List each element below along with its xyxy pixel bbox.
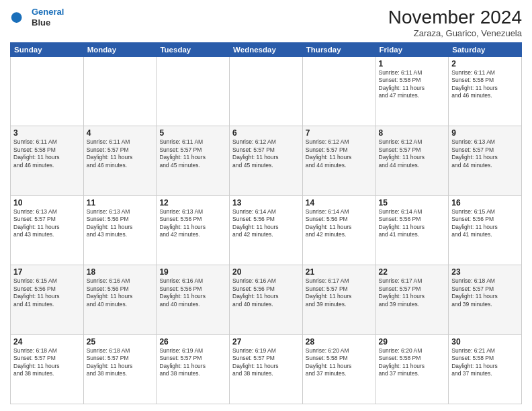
day-number: 27 bbox=[232, 337, 300, 347]
table-row: 1Sunrise: 6:11 AMSunset: 5:58 PMDaylight… bbox=[375, 57, 449, 126]
day-number: 14 bbox=[306, 198, 373, 208]
table-row: 11Sunrise: 6:13 AMSunset: 5:56 PMDayligh… bbox=[83, 195, 157, 265]
day-number: 29 bbox=[379, 337, 446, 347]
table-row: 6Sunrise: 6:12 AMSunset: 5:57 PMDaylight… bbox=[230, 126, 303, 195]
calendar-week-row: 1Sunrise: 6:11 AMSunset: 5:58 PMDaylight… bbox=[11, 57, 522, 126]
calendar-week-row: 10Sunrise: 6:13 AMSunset: 5:57 PMDayligh… bbox=[11, 195, 522, 265]
table-row: 28Sunrise: 6:20 AMSunset: 5:58 PMDayligh… bbox=[302, 334, 375, 404]
svg-point-0 bbox=[11, 12, 22, 23]
day-info: Sunrise: 6:16 AMSunset: 5:56 PMDaylight:… bbox=[159, 277, 226, 308]
table-row: 24Sunrise: 6:18 AMSunset: 5:57 PMDayligh… bbox=[11, 334, 84, 404]
table-row bbox=[157, 57, 230, 126]
table-row: 21Sunrise: 6:17 AMSunset: 5:57 PMDayligh… bbox=[302, 265, 375, 334]
table-row: 14Sunrise: 6:14 AMSunset: 5:56 PMDayligh… bbox=[302, 195, 375, 265]
day-info: Sunrise: 6:19 AMSunset: 5:57 PMDaylight:… bbox=[159, 347, 226, 378]
day-number: 4 bbox=[87, 128, 154, 138]
table-row bbox=[83, 57, 157, 126]
table-row: 20Sunrise: 6:16 AMSunset: 5:56 PMDayligh… bbox=[230, 265, 303, 334]
day-number: 11 bbox=[87, 198, 154, 208]
col-tuesday: Tuesday bbox=[157, 43, 230, 57]
day-number: 26 bbox=[159, 337, 226, 347]
day-info: Sunrise: 6:18 AMSunset: 5:57 PMDaylight:… bbox=[87, 347, 154, 378]
day-number: 5 bbox=[159, 128, 226, 138]
table-row: 25Sunrise: 6:18 AMSunset: 5:57 PMDayligh… bbox=[83, 334, 157, 404]
header: General Blue November 2024 Zaraza, Guari… bbox=[10, 7, 522, 38]
col-wednesday: Wednesday bbox=[230, 43, 303, 57]
day-info: Sunrise: 6:12 AMSunset: 5:57 PMDaylight:… bbox=[379, 138, 446, 169]
day-number: 16 bbox=[451, 198, 519, 208]
day-number: 13 bbox=[232, 198, 300, 208]
day-info: Sunrise: 6:20 AMSunset: 5:58 PMDaylight:… bbox=[379, 347, 446, 378]
day-info: Sunrise: 6:15 AMSunset: 5:56 PMDaylight:… bbox=[451, 208, 519, 239]
table-row bbox=[11, 57, 84, 126]
day-info: Sunrise: 6:16 AMSunset: 5:56 PMDaylight:… bbox=[232, 277, 300, 308]
table-row: 7Sunrise: 6:12 AMSunset: 5:57 PMDaylight… bbox=[302, 126, 375, 195]
day-info: Sunrise: 6:14 AMSunset: 5:56 PMDaylight:… bbox=[306, 208, 373, 239]
day-info: Sunrise: 6:11 AMSunset: 5:58 PMDaylight:… bbox=[379, 69, 446, 100]
page: General Blue November 2024 Zaraza, Guari… bbox=[0, 0, 532, 411]
day-info: Sunrise: 6:20 AMSunset: 5:58 PMDaylight:… bbox=[306, 347, 373, 378]
day-info: Sunrise: 6:13 AMSunset: 5:57 PMDaylight:… bbox=[13, 208, 81, 239]
calendar-week-row: 24Sunrise: 6:18 AMSunset: 5:57 PMDayligh… bbox=[11, 334, 522, 404]
day-number: 3 bbox=[13, 128, 81, 138]
day-number: 17 bbox=[13, 267, 81, 277]
table-row: 12Sunrise: 6:13 AMSunset: 5:56 PMDayligh… bbox=[157, 195, 230, 265]
day-number: 2 bbox=[451, 59, 519, 68]
day-info: Sunrise: 6:21 AMSunset: 5:58 PMDaylight:… bbox=[451, 347, 519, 378]
table-row: 16Sunrise: 6:15 AMSunset: 5:56 PMDayligh… bbox=[449, 195, 522, 265]
table-row: 27Sunrise: 6:19 AMSunset: 5:57 PMDayligh… bbox=[230, 334, 303, 404]
col-sunday: Sunday bbox=[11, 43, 84, 57]
day-number: 1 bbox=[379, 59, 446, 68]
table-row: 17Sunrise: 6:15 AMSunset: 5:56 PMDayligh… bbox=[11, 265, 84, 334]
day-number: 25 bbox=[87, 337, 154, 347]
day-info: Sunrise: 6:11 AMSunset: 5:58 PMDaylight:… bbox=[451, 69, 519, 100]
day-number: 15 bbox=[379, 198, 446, 208]
day-number: 24 bbox=[13, 337, 81, 347]
calendar: Sunday Monday Tuesday Wednesday Thursday… bbox=[10, 42, 522, 404]
calendar-header-row: Sunday Monday Tuesday Wednesday Thursday… bbox=[11, 43, 522, 57]
day-number: 18 bbox=[87, 267, 154, 277]
day-info: Sunrise: 6:16 AMSunset: 5:56 PMDaylight:… bbox=[87, 277, 154, 308]
table-row: 29Sunrise: 6:20 AMSunset: 5:58 PMDayligh… bbox=[375, 334, 449, 404]
day-number: 30 bbox=[451, 337, 519, 347]
table-row: 22Sunrise: 6:17 AMSunset: 5:57 PMDayligh… bbox=[375, 265, 449, 334]
day-number: 7 bbox=[306, 128, 373, 138]
calendar-week-row: 17Sunrise: 6:15 AMSunset: 5:56 PMDayligh… bbox=[11, 265, 522, 334]
day-info: Sunrise: 6:17 AMSunset: 5:57 PMDaylight:… bbox=[306, 277, 373, 308]
table-row: 18Sunrise: 6:16 AMSunset: 5:56 PMDayligh… bbox=[83, 265, 157, 334]
table-row bbox=[230, 57, 303, 126]
day-info: Sunrise: 6:15 AMSunset: 5:56 PMDaylight:… bbox=[13, 277, 81, 308]
table-row: 3Sunrise: 6:11 AMSunset: 5:58 PMDaylight… bbox=[11, 126, 84, 195]
table-row: 5Sunrise: 6:11 AMSunset: 5:57 PMDaylight… bbox=[157, 126, 230, 195]
day-info: Sunrise: 6:14 AMSunset: 5:56 PMDaylight:… bbox=[379, 208, 446, 239]
table-row: 15Sunrise: 6:14 AMSunset: 5:56 PMDayligh… bbox=[375, 195, 449, 265]
table-row: 30Sunrise: 6:21 AMSunset: 5:58 PMDayligh… bbox=[449, 334, 522, 404]
table-row: 9Sunrise: 6:13 AMSunset: 5:57 PMDaylight… bbox=[449, 126, 522, 195]
day-number: 10 bbox=[13, 198, 81, 208]
col-friday: Friday bbox=[375, 43, 449, 57]
day-info: Sunrise: 6:12 AMSunset: 5:57 PMDaylight:… bbox=[306, 138, 373, 169]
table-row bbox=[302, 57, 375, 126]
day-info: Sunrise: 6:13 AMSunset: 5:57 PMDaylight:… bbox=[451, 138, 519, 169]
day-number: 21 bbox=[306, 267, 373, 277]
col-monday: Monday bbox=[83, 43, 157, 57]
col-saturday: Saturday bbox=[449, 43, 522, 57]
day-number: 20 bbox=[232, 267, 300, 277]
month-title: November 2024 bbox=[388, 7, 522, 28]
day-info: Sunrise: 6:14 AMSunset: 5:56 PMDaylight:… bbox=[232, 208, 300, 239]
day-info: Sunrise: 6:19 AMSunset: 5:57 PMDaylight:… bbox=[232, 347, 300, 378]
table-row: 23Sunrise: 6:18 AMSunset: 5:57 PMDayligh… bbox=[449, 265, 522, 334]
day-number: 28 bbox=[306, 337, 373, 347]
table-row: 10Sunrise: 6:13 AMSunset: 5:57 PMDayligh… bbox=[11, 195, 84, 265]
day-info: Sunrise: 6:11 AMSunset: 5:57 PMDaylight:… bbox=[159, 138, 226, 169]
col-thursday: Thursday bbox=[302, 43, 375, 57]
table-row: 2Sunrise: 6:11 AMSunset: 5:58 PMDaylight… bbox=[449, 57, 522, 126]
title-block: November 2024 Zaraza, Guarico, Venezuela bbox=[388, 7, 522, 38]
day-info: Sunrise: 6:17 AMSunset: 5:57 PMDaylight:… bbox=[379, 277, 446, 308]
day-number: 9 bbox=[451, 128, 519, 138]
day-info: Sunrise: 6:13 AMSunset: 5:56 PMDaylight:… bbox=[87, 208, 154, 239]
location: Zaraza, Guarico, Venezuela bbox=[388, 28, 522, 38]
day-number: 6 bbox=[232, 128, 300, 138]
day-info: Sunrise: 6:12 AMSunset: 5:57 PMDaylight:… bbox=[232, 138, 300, 169]
day-number: 12 bbox=[159, 198, 226, 208]
